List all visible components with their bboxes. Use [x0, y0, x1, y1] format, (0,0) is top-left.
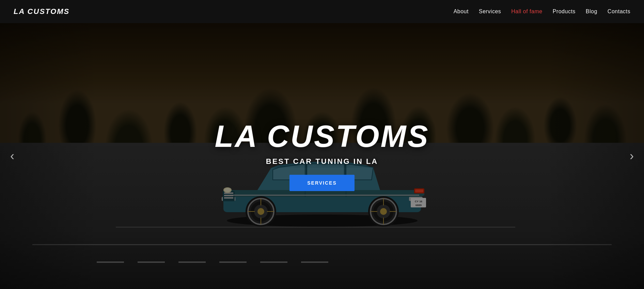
hero-content: LA CUSTOMS BEST CAR TUNING IN LA SERVICE…: [215, 121, 429, 191]
site-header: LA CUSTOMS About Services Hall of fame P…: [0, 0, 644, 23]
main-nav: About Services Hall of fame Products Blo…: [454, 8, 630, 15]
hero-subtitle: BEST CAR TUNING IN LA: [266, 157, 378, 166]
nav-hall-of-fame[interactable]: Hall of fame: [511, 8, 542, 15]
hero-cta-button[interactable]: SERVICES: [289, 175, 355, 191]
nav-blog[interactable]: Blog: [586, 8, 597, 15]
nav-contacts[interactable]: Contacts: [608, 8, 630, 15]
nav-services[interactable]: Services: [479, 8, 501, 15]
hero-title: LA CUSTOMS: [215, 121, 429, 152]
nav-products[interactable]: Products: [553, 8, 576, 15]
chevron-right-icon: ›: [630, 149, 634, 163]
carousel-prev-button[interactable]: ‹: [3, 146, 21, 167]
nav-about[interactable]: About: [454, 8, 469, 15]
carousel-next-button[interactable]: ›: [623, 146, 641, 167]
chevron-left-icon: ‹: [10, 149, 14, 163]
hero-section: CY 16 6889 LA CUSTOMS BEST CAR TUNING IN…: [0, 23, 644, 289]
site-logo[interactable]: LA CUSTOMS: [14, 7, 69, 16]
